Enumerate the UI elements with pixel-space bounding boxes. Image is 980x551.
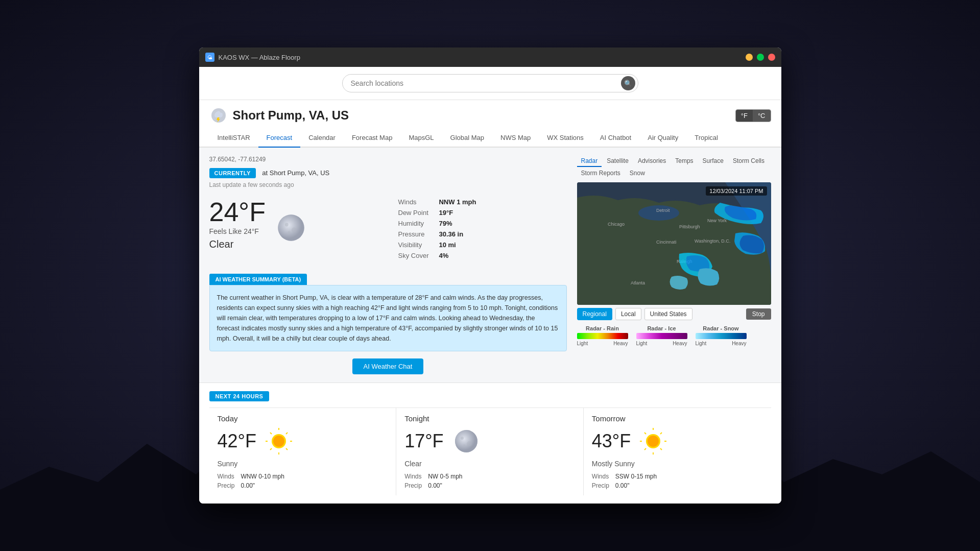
svg-text:New York: New York: [707, 218, 727, 223]
forecast-tomorrow: Tomorrow 43°F: [584, 408, 771, 495]
svg-point-32: [648, 436, 659, 447]
tab-calendar[interactable]: Calendar: [300, 129, 344, 148]
forecast-grid: Today 42°F: [209, 408, 771, 495]
map-tab-temps[interactable]: Temps: [671, 156, 697, 167]
tab-forecast[interactable]: Forecast: [258, 129, 301, 148]
celsius-button[interactable]: °C: [753, 110, 771, 122]
weather-details: Winds NNW 1 mph Dew Point 19°F Humidity …: [398, 197, 567, 263]
temp-block: 24°F Feels Like 24°F Clear: [209, 197, 266, 258]
titlebar-left: 🌤 KAOS WX — Ablaze Floorp: [205, 53, 300, 62]
tomorrow-condition: Mostly Sunny: [592, 460, 763, 468]
ai-summary-box: The current weather in Short Pump, VA, i…: [209, 285, 567, 351]
tab-mapsgl[interactable]: MapsGL: [400, 129, 442, 148]
tab-nws-map[interactable]: NWS Map: [492, 129, 539, 148]
map-tab-satellite[interactable]: Satellite: [603, 156, 633, 167]
today-winds-value: WNW 0-10 mph: [241, 473, 388, 480]
tonight-temp: 17°F: [404, 430, 443, 452]
legend-rain: Radar - Rain Light Heavy: [577, 325, 628, 346]
ai-chat-btn-container: AI Weather Chat: [209, 358, 567, 374]
radar-legend: Radar - Rain Light Heavy Radar - Ice Lig…: [577, 325, 771, 346]
svg-point-27: [455, 430, 477, 452]
winds-label: Winds: [398, 197, 439, 207]
minimize-button[interactable]: –: [746, 54, 753, 61]
pressure-row: Pressure 30.36 in: [398, 229, 476, 239]
tonight-icon: [452, 427, 481, 456]
map-tab-surface[interactable]: Surface: [699, 156, 728, 167]
today-temp-row: 42°F: [218, 427, 388, 456]
map-tab-radar[interactable]: Radar: [577, 156, 602, 167]
svg-text:Detroit: Detroit: [656, 208, 670, 213]
humidity-row: Humidity 79%: [398, 218, 476, 229]
close-button[interactable]: ×: [768, 54, 775, 61]
today-icon: [265, 427, 293, 456]
united-states-button[interactable]: United States: [644, 308, 692, 320]
svg-text:Pittsburgh: Pittsburgh: [679, 224, 700, 229]
tonight-details: Winds NW 0-5 mph Precip 0.00": [404, 473, 575, 489]
right-panel: Radar Satellite Advisories Temps Surface…: [577, 156, 771, 374]
ai-weather-chat-button[interactable]: AI Weather Chat: [352, 358, 424, 374]
titlebar: 🌤 KAOS WX — Ablaze Floorp – □ ×: [199, 47, 781, 67]
search-input[interactable]: [342, 74, 638, 92]
location-weather-icon: [209, 106, 228, 125]
tomorrow-temp: 43°F: [592, 430, 631, 452]
legend-rain-range: Light Heavy: [577, 341, 628, 346]
legend-rain-heavy: Heavy: [613, 341, 628, 346]
forecast-today: Today 42°F: [209, 408, 397, 495]
tab-ai-chatbot[interactable]: AI Chatbot: [592, 129, 639, 148]
winds-value: NNW 1 mph: [439, 197, 476, 207]
nav-tabs: IntelliSTAR Forecast Calendar Forecast M…: [199, 129, 781, 148]
search-icon: 🔍: [624, 80, 632, 87]
last-update: Last update a few seconds ago: [209, 181, 567, 188]
visibility-value: 10 mi: [439, 239, 476, 250]
skycover-value: 4%: [439, 250, 476, 261]
legend-ice-label: Radar - Ice: [647, 325, 676, 331]
tab-wx-stations[interactable]: WX Stations: [539, 129, 592, 148]
tab-air-quality[interactable]: Air Quality: [639, 129, 686, 148]
tab-tropical[interactable]: Tropical: [686, 129, 726, 148]
coordinates: 37.65042, -77.61249: [209, 156, 567, 163]
svg-point-3: [285, 223, 289, 226]
legend-ice: Radar - Ice Light Heavy: [636, 325, 687, 346]
legend-ice-bar: [636, 333, 687, 339]
legend-ice-range: Light Heavy: [636, 341, 687, 346]
legend-ice-heavy: Heavy: [673, 341, 687, 346]
local-button[interactable]: Local: [615, 308, 641, 320]
legend-snow-label: Radar - Snow: [703, 325, 738, 331]
map-tab-snow[interactable]: Snow: [626, 168, 649, 179]
skycover-row: Sky Cover 4%: [398, 250, 476, 261]
search-button[interactable]: 🔍: [621, 76, 635, 90]
temp-units: °F °C: [735, 109, 771, 122]
weather-main: 24°F Feels Like 24°F Clear: [209, 197, 378, 258]
pressure-value: 30.36 in: [439, 229, 476, 239]
map-tab-storm-reports[interactable]: Storm Reports: [577, 168, 625, 179]
window-controls: – □ ×: [746, 54, 775, 61]
location-name: Short Pump, VA, US: [233, 108, 349, 123]
svg-point-28: [461, 437, 464, 440]
svg-line-22: [270, 433, 272, 434]
legend-snow-light: Light: [696, 341, 707, 346]
today-period: Today: [218, 414, 388, 423]
dewpoint-value: 19°F: [439, 207, 476, 218]
map-tab-advisories[interactable]: Advisories: [634, 156, 670, 167]
tomorrow-winds-label: Winds: [592, 473, 609, 480]
map-tab-storm-cells[interactable]: Storm Cells: [729, 156, 769, 167]
radar-map[interactable]: Detroit Chicago Pittsburgh New York Cinc…: [577, 182, 771, 305]
tab-global-map[interactable]: Global Map: [442, 129, 492, 148]
tonight-condition: Clear: [404, 460, 575, 468]
stop-button[interactable]: Stop: [746, 308, 771, 320]
tab-intellistar[interactable]: IntelliSTAR: [209, 129, 258, 148]
map-timestamp: 12/03/2024 11:07 PM: [706, 186, 767, 196]
fahrenheit-button[interactable]: °F: [736, 110, 753, 122]
dewpoint-row: Dew Point 19°F: [398, 207, 476, 218]
tab-forecast-map[interactable]: Forecast Map: [344, 129, 400, 148]
forecast-section: NEXT 24 HOURS Today 42°F: [199, 382, 781, 504]
maximize-button[interactable]: □: [757, 54, 764, 61]
today-condition: Sunny: [218, 460, 388, 468]
feels-like: Feels Like 24°F: [209, 227, 266, 235]
regional-button[interactable]: Regional: [577, 308, 612, 320]
today-precip-value: 0.00": [241, 482, 388, 489]
tonight-precip-label: Precip: [404, 482, 422, 489]
main-content: 37.65042, -77.61249 CURRENTLY at Short P…: [199, 148, 781, 382]
svg-point-5: [288, 231, 290, 233]
humidity-label: Humidity: [398, 218, 439, 229]
